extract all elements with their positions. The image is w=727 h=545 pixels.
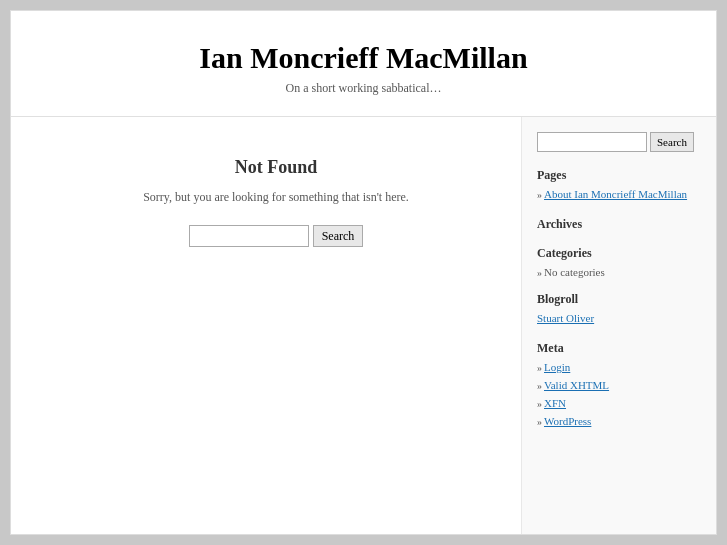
meta-list-item-xhtml: » Valid XHTML <box>537 379 701 394</box>
meta-link-xfn[interactable]: XFN <box>544 397 566 409</box>
arrow-icon-3: » <box>537 362 542 373</box>
main-content: Not Found Sorry, but you are looking for… <box>11 117 521 534</box>
sidebar-search-button[interactable]: Search <box>650 132 694 152</box>
page-link-about[interactable]: About Ian Moncrieff MacMillan <box>544 188 687 200</box>
sidebar-section-title-pages: Pages <box>537 168 701 183</box>
sidebar-section-title-archives: Archives <box>537 217 701 232</box>
main-search-input[interactable] <box>189 225 309 247</box>
sidebar-section-blogroll: Blogroll Stuart Oliver <box>537 292 701 327</box>
site-header: Ian Moncrieff MacMillan On a short worki… <box>11 11 716 117</box>
arrow-icon-4: » <box>537 380 542 391</box>
meta-list-item-xfn: » XFN <box>537 397 701 412</box>
page-wrapper: Ian Moncrieff MacMillan On a short worki… <box>10 10 717 535</box>
sidebar-section-title-blogroll: Blogroll <box>537 292 701 307</box>
arrow-icon-1: » <box>537 189 542 200</box>
sidebar-section-meta: Meta » Login » Valid XHTML » XFN » WordP… <box>537 341 701 430</box>
blogroll-link-stuart[interactable]: Stuart Oliver <box>537 312 594 324</box>
arrow-icon-5: » <box>537 398 542 409</box>
meta-link-login[interactable]: Login <box>544 361 570 373</box>
blogroll-list-item-1: Stuart Oliver <box>537 312 701 327</box>
site-tagline: On a short working sabbatical… <box>31 81 696 96</box>
not-found-message: Sorry, but you are looking for something… <box>71 190 481 205</box>
pages-list-item-1: » About Ian Moncrieff MacMillan <box>537 188 701 203</box>
sidebar-section-title-categories: Categories <box>537 246 701 261</box>
no-categories-item: » No categories <box>537 266 701 278</box>
meta-link-xhtml[interactable]: Valid XHTML <box>544 379 609 391</box>
meta-link-wordpress[interactable]: WordPress <box>544 415 591 427</box>
sidebar-search-input[interactable] <box>537 132 647 152</box>
main-search-button[interactable]: Search <box>313 225 364 247</box>
arrow-icon-6: » <box>537 416 542 427</box>
meta-list-item-login: » Login <box>537 361 701 376</box>
sidebar-section-pages: Pages » About Ian Moncrieff MacMillan <box>537 168 701 203</box>
sidebar: Search Pages » About Ian Moncrieff MacMi… <box>521 117 716 534</box>
main-search-form: Search <box>71 225 481 247</box>
no-categories-label: No categories <box>544 266 605 278</box>
arrow-icon-2: » <box>537 267 542 278</box>
meta-list-item-wordpress: » WordPress <box>537 415 701 430</box>
sidebar-section-title-meta: Meta <box>537 341 701 356</box>
sidebar-section-categories: Categories » No categories <box>537 246 701 278</box>
content-area: Not Found Sorry, but you are looking for… <box>11 117 716 534</box>
sidebar-search-form: Search <box>537 132 701 152</box>
site-title: Ian Moncrieff MacMillan <box>31 41 696 75</box>
sidebar-section-archives: Archives <box>537 217 701 232</box>
not-found-title: Not Found <box>71 157 481 178</box>
